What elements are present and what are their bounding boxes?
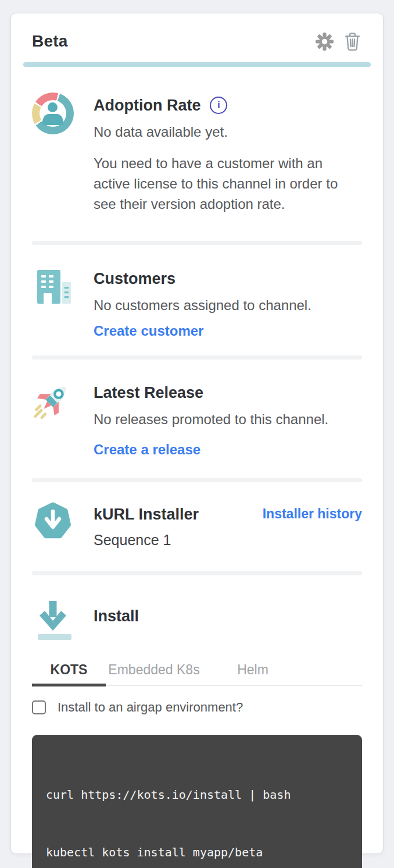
installer-history-link[interactable]: Installer history	[263, 506, 362, 522]
settings-button[interactable]	[314, 31, 334, 51]
tab-embedded-k8s[interactable]: Embedded K8s	[106, 659, 202, 685]
section-divider	[32, 241, 362, 245]
airgap-label: Install to an airgap environment?	[58, 700, 243, 715]
section-divider	[32, 571, 362, 575]
section-divider	[32, 478, 362, 482]
airgap-checkbox[interactable]	[32, 700, 46, 714]
adoption-help-text: You need to have a customer with an acti…	[94, 153, 356, 214]
installer-heptagon-icon	[33, 501, 73, 541]
install-tabs: KOTS Embedded K8s Helm	[32, 659, 362, 686]
header-actions	[314, 31, 362, 51]
channel-title: Beta	[32, 31, 68, 52]
installer-sequence: Sequence 1	[94, 531, 362, 549]
install-title: Install	[94, 606, 362, 627]
release-empty-text: No releases promoted to this channel.	[94, 410, 362, 429]
customers-section: Customers No customers assigned to chann…	[32, 266, 362, 339]
command-line-1: curl https://kots.io/install | bash	[46, 785, 348, 805]
adoption-donut-icon	[32, 93, 74, 134]
card-header: Beta	[32, 13, 362, 52]
rocket-icon	[32, 380, 74, 424]
buildings-icon	[32, 266, 74, 308]
latest-release-section: Latest Release No releases promoted to t…	[32, 380, 362, 458]
install-command-block: curl https://kots.io/install | bash kube…	[32, 735, 362, 868]
channel-accent-bar	[23, 62, 371, 67]
create-release-link[interactable]: Create a release	[94, 442, 200, 458]
adoption-empty-text: No data available yet.	[94, 123, 362, 141]
info-icon[interactable]: i	[210, 97, 227, 114]
customers-title: Customers	[94, 268, 362, 289]
install-section: Install	[32, 597, 362, 642]
latest-release-title: Latest Release	[94, 382, 362, 403]
airgap-option-row: Install to an airgap environment?	[32, 700, 362, 715]
channel-card: Beta	[10, 13, 384, 854]
gear-icon	[315, 32, 334, 51]
install-download-icon	[34, 597, 72, 642]
tab-kots[interactable]: KOTS	[32, 659, 106, 685]
kurl-installer-section: kURL Installer Installer history Sequenc…	[32, 501, 362, 549]
adoption-rate-title: Adoption Rate i	[94, 95, 362, 116]
delete-channel-button[interactable]	[342, 31, 362, 51]
create-customer-link[interactable]: Create customer	[94, 323, 203, 339]
section-divider	[32, 355, 362, 360]
customers-empty-text: No customers assigned to channel.	[94, 296, 362, 315]
kurl-installer-title: kURL Installer	[94, 504, 199, 525]
adoption-rate-section: Adoption Rate i No data available yet. Y…	[32, 93, 362, 214]
person-icon	[48, 102, 58, 112]
trash-icon	[343, 31, 361, 51]
tab-helm[interactable]: Helm	[202, 659, 303, 685]
command-line-2: kubectl kots install myapp/beta	[46, 843, 348, 862]
